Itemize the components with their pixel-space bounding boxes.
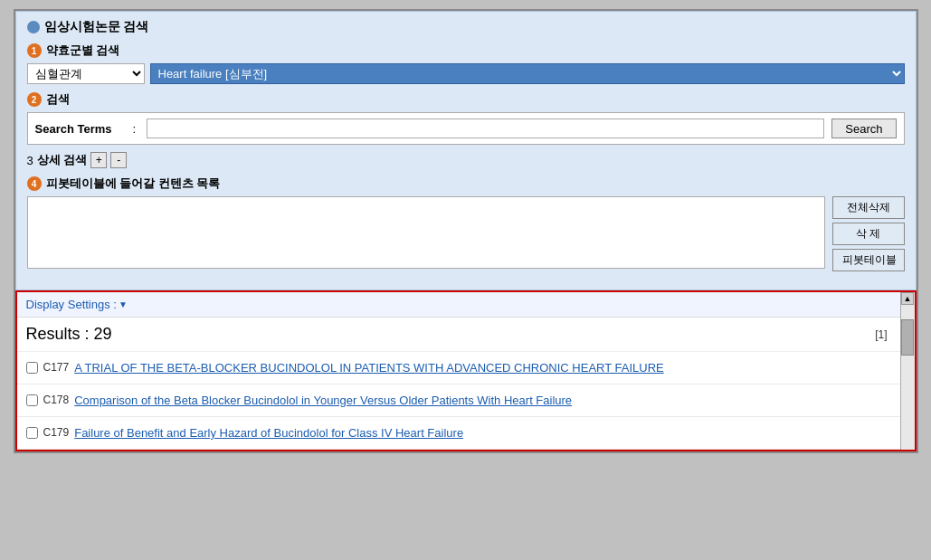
title-icon bbox=[27, 21, 40, 33]
pivot-title-row: 4 피봇테이블에 들어갈 컨텐츠 목록 bbox=[27, 176, 905, 192]
scrollbar[interactable]: ▲ bbox=[900, 292, 915, 450]
drug-class-title-row: 1 약효군별 검색 bbox=[27, 43, 905, 59]
category-select[interactable]: 심혈관계 bbox=[27, 63, 145, 84]
delete-button[interactable]: 삭 제 bbox=[832, 223, 905, 245]
pivot-table-button[interactable]: 피봇테이블 bbox=[832, 249, 905, 271]
results-header: Display Settings : ▼ bbox=[17, 292, 915, 318]
pivot-buttons: 전체삭제 삭 제 피봇테이블 bbox=[832, 196, 905, 271]
pivot-content-row: 전체삭제 삭 제 피봇테이블 bbox=[27, 196, 905, 271]
drug-class-title: 약효군별 검색 bbox=[46, 43, 120, 59]
search-terms-label: Search Terms bbox=[35, 122, 126, 136]
result-id-c177: C177 bbox=[43, 361, 70, 374]
advanced-title: 상세 검색 bbox=[37, 152, 88, 168]
search-num: 2 bbox=[27, 92, 42, 107]
display-settings-label: Display Settings : bbox=[26, 298, 117, 311]
display-settings[interactable]: Display Settings : ▼ bbox=[26, 298, 128, 311]
result-id-c178: C178 bbox=[43, 394, 70, 406]
scroll-up-arrow[interactable]: ▲ bbox=[901, 292, 914, 305]
main-container: 임상시험논문 검색 1 약효군별 검색 심혈관계 Heart failure [… bbox=[14, 9, 918, 453]
result-item: C179 Failure of Benefit and Early Hazard… bbox=[17, 417, 915, 450]
colon: : bbox=[133, 122, 137, 136]
top-section: 임상시험논문 검색 1 약효군별 검색 심혈관계 Heart failure [… bbox=[15, 11, 917, 290]
advanced-row: 3 상세 검색 + - bbox=[27, 152, 905, 168]
result-link-c177[interactable]: A TRIAL OF THE BETA-BLOCKER BUCINDOLOL I… bbox=[74, 361, 664, 375]
results-count: Results : 29 bbox=[26, 325, 112, 344]
search-title: 검색 bbox=[46, 91, 70, 108]
add-condition-button[interactable]: + bbox=[90, 152, 107, 168]
result-checkbox-c178[interactable] bbox=[26, 394, 38, 406]
delete-all-button[interactable]: 전체삭제 bbox=[832, 196, 905, 219]
pivot-section: 4 피봇테이블에 들어갈 컨텐츠 목록 전체삭제 삭 제 피봇테이블 bbox=[27, 176, 905, 271]
result-checkbox-c179[interactable] bbox=[26, 427, 38, 439]
scrollbar-thumb[interactable] bbox=[901, 319, 914, 356]
drug-class-num: 1 bbox=[27, 43, 42, 58]
search-input[interactable] bbox=[147, 119, 824, 138]
remove-condition-button[interactable]: - bbox=[110, 152, 127, 168]
results-count-row: Results : 29 [1] bbox=[17, 318, 915, 352]
drug-class-row: 심혈관계 Heart failure [심부전] bbox=[27, 63, 905, 84]
pivot-title: 피봇테이블에 들어갈 컨텐츠 목록 bbox=[46, 176, 221, 192]
advanced-num: 3 bbox=[27, 154, 33, 167]
results-section: ▲ Display Settings : ▼ Results : 29 [1] … bbox=[15, 290, 917, 451]
app-title-row: 임상시험논문 검색 bbox=[27, 19, 905, 35]
result-link-c179[interactable]: Failure of Benefit and Early Hazard of B… bbox=[74, 426, 463, 440]
search-section: 2 검색 Search Terms : Search bbox=[27, 91, 905, 145]
result-item: C177 A TRIAL OF THE BETA-BLOCKER BUCINDO… bbox=[17, 352, 915, 384]
search-button[interactable]: Search bbox=[831, 119, 896, 138]
result-link-c178[interactable]: Comparison of the Beta Blocker Bucindolo… bbox=[74, 394, 572, 407]
search-row: Search Terms : Search bbox=[27, 112, 905, 145]
app-title: 임상시험논문 검색 bbox=[44, 19, 149, 35]
page-info: [1] bbox=[875, 328, 887, 341]
drug-select[interactable]: Heart failure [심부전] bbox=[150, 63, 905, 84]
search-title-row: 2 검색 bbox=[27, 91, 905, 108]
result-id-c179: C179 bbox=[43, 426, 70, 439]
display-settings-chevron: ▼ bbox=[119, 299, 128, 309]
advanced-section: 3 상세 검색 + - bbox=[27, 152, 905, 168]
drug-class-section: 1 약효군별 검색 심혈관계 Heart failure [심부전] bbox=[27, 43, 905, 84]
result-item: C178 Comparison of the Beta Blocker Buci… bbox=[17, 384, 915, 417]
pivot-num: 4 bbox=[27, 176, 42, 191]
result-checkbox-c177[interactable] bbox=[26, 362, 38, 374]
pivot-list-area bbox=[27, 196, 825, 269]
